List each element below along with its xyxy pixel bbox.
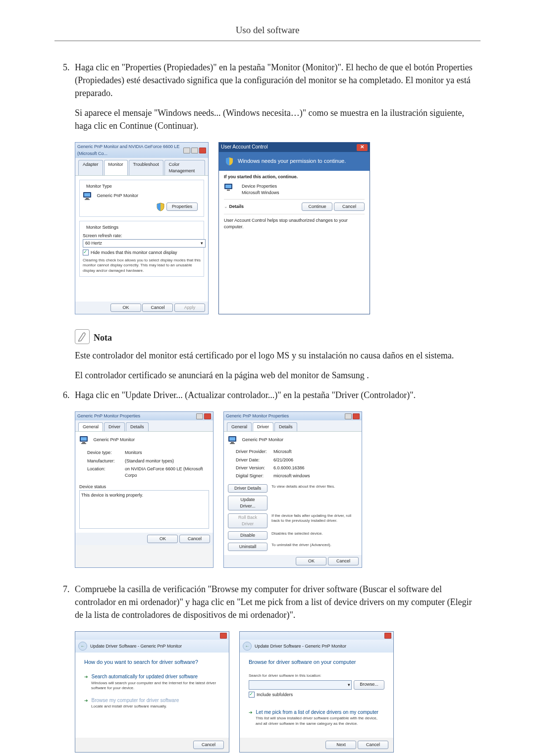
chevron-down-icon[interactable]: ⌄: [224, 204, 228, 209]
tab-details[interactable]: Details: [126, 422, 149, 431]
refresh-rate-label: Screen refresh rate:: [83, 233, 201, 239]
ok-button[interactable]: OK: [147, 535, 178, 543]
option-search-auto[interactable]: ➔ Search automatically for updated drive…: [84, 673, 220, 691]
option-browse[interactable]: ➔ Browse my computer for driver software…: [84, 697, 220, 709]
tab-details[interactable]: Details: [274, 422, 297, 431]
svg-rect-3: [85, 199, 90, 200]
device-status-label: Device status: [79, 484, 209, 490]
uac-details-toggle[interactable]: Details: [229, 204, 244, 209]
cancel-button[interactable]: Cancel: [334, 202, 365, 211]
svg-rect-12: [229, 437, 235, 441]
disable-button[interactable]: Disable: [228, 531, 268, 540]
tab-troubleshoot[interactable]: Troubleshoot: [129, 160, 163, 175]
back-icon[interactable]: ←: [78, 642, 87, 651]
close-icon[interactable]: [220, 633, 227, 639]
device-name: Generic PnP Monitor: [242, 438, 283, 443]
hide-modes-checkbox[interactable]: [83, 250, 89, 255]
shield-icon: [225, 157, 234, 166]
rollback-driver-button[interactable]: Roll Back Driver: [228, 513, 268, 528]
uac-device-name: Device Properties: [242, 183, 279, 190]
rollback-driver-desc: If the device fails after updating the d…: [271, 513, 358, 528]
tab-driver[interactable]: Driver: [104, 422, 125, 431]
device-name: Generic PnP Monitor: [94, 438, 135, 443]
field-device-type-value: Monitors: [125, 450, 209, 456]
include-subfolders-checkbox[interactable]: [249, 692, 255, 698]
step-7: Compruebe la casilla de verificación "Br…: [72, 583, 481, 753]
arrow-icon: ➔: [249, 710, 253, 715]
tab-adapter[interactable]: Adapter: [78, 160, 103, 175]
tab-monitor[interactable]: Monitor: [104, 160, 128, 175]
arrow-icon: ➔: [84, 674, 88, 679]
close-icon[interactable]: ✕: [357, 144, 368, 151]
close-icon[interactable]: [353, 413, 360, 419]
help-icon[interactable]: [345, 413, 352, 419]
properties-driver-dialog: Generic PnP Monitor Properties General D…: [223, 411, 362, 568]
uninstall-button[interactable]: Uninstall: [228, 543, 268, 551]
tab-general[interactable]: General: [227, 422, 252, 431]
monitor-icon: [228, 436, 238, 445]
maximize-icon[interactable]: [191, 148, 198, 153]
close-icon[interactable]: [204, 413, 211, 419]
tab-general[interactable]: General: [78, 422, 103, 431]
dialog-title: Generic PnP Monitor Properties: [77, 413, 140, 419]
field-driver-date-label: Driver Date:: [236, 457, 270, 463]
dialog-tabs: Adapter Monitor Troubleshoot Color Manag…: [75, 158, 208, 176]
include-subfolders-label: Include subfolders: [257, 692, 293, 698]
apply-button[interactable]: Apply: [174, 303, 205, 312]
arrow-icon: ➔: [84, 698, 88, 703]
svg-rect-14: [230, 443, 235, 444]
wizard-crumb: Update Driver Software - Generic PnP Mon…: [90, 643, 182, 650]
browse-button[interactable]: Browse...: [354, 680, 384, 690]
cancel-button[interactable]: Cancel: [328, 557, 359, 565]
option-desc: This list will show installed driver sof…: [256, 716, 384, 726]
driver-details-desc: To view details about the driver files.: [271, 484, 358, 493]
help-icon[interactable]: [196, 413, 203, 419]
svg-rect-10: [81, 443, 86, 444]
hide-modes-label: Hide modes that this monitor cannot disp…: [91, 250, 177, 256]
uninstall-desc: To uninstall the driver (Advanced).: [271, 543, 358, 551]
ok-button[interactable]: OK: [296, 557, 326, 565]
continue-button[interactable]: Continue: [302, 202, 332, 211]
next-button[interactable]: Next: [325, 741, 356, 749]
driver-details-button[interactable]: Driver Details: [228, 484, 268, 493]
figure-row-1: Generic PnP Monitor and NVIDIA GeForce 6…: [75, 142, 481, 314]
cancel-button[interactable]: Cancel: [179, 535, 210, 543]
option-title: Let me pick from a list of device driver…: [256, 709, 378, 715]
back-icon[interactable]: ←: [243, 642, 252, 651]
field-driver-version-value: 6.0.6000.16386: [273, 465, 358, 471]
path-input[interactable]: ▾: [249, 680, 352, 690]
monitor-icon: [79, 436, 89, 445]
tab-color-management[interactable]: Color Management: [164, 160, 205, 175]
cancel-button[interactable]: Cancel: [193, 741, 224, 749]
field-digital-signer-label: Digital Signer:: [236, 473, 270, 479]
monitor-type-label: Monitor Type: [85, 183, 113, 190]
option-desc: Locate and install driver software manua…: [91, 704, 220, 709]
ok-button[interactable]: OK: [110, 303, 141, 312]
uac-started-text: If you started this action, continue.: [224, 174, 365, 180]
close-icon[interactable]: [199, 148, 206, 153]
uac-dialog: User Account Control ✕ Windows needs you…: [218, 142, 370, 314]
tab-driver[interactable]: Driver: [253, 422, 273, 431]
step-6-text: Haga clic en "Update Driver... (Actualiz…: [75, 389, 481, 402]
update-driver-button[interactable]: Update Driver...: [228, 496, 268, 510]
update-driver-wizard-search: ← Update Driver Software - Generic PnP M…: [75, 631, 229, 753]
minimize-icon[interactable]: [183, 148, 190, 153]
properties-button[interactable]: Properties: [166, 202, 198, 211]
uac-title-text: User Account Control: [221, 144, 268, 151]
svg-rect-5: [225, 185, 231, 188]
step-7-text: Compruebe la casilla de verificación "Br…: [75, 583, 481, 621]
shield-icon: [156, 202, 165, 211]
monitor-icon: [83, 192, 93, 201]
chevron-down-icon: ▾: [201, 240, 203, 247]
option-pick-list[interactable]: ➔ Let me pick from a list of device driv…: [249, 709, 384, 726]
note-label: Nota: [94, 331, 112, 344]
refresh-rate-select[interactable]: 60 Hertz ▾: [83, 239, 206, 248]
update-driver-wizard-browse: ← Update Driver Software - Generic PnP M…: [239, 631, 394, 753]
cancel-button[interactable]: Cancel: [358, 741, 388, 749]
field-digital-signer-value: microsoft windows: [273, 473, 358, 479]
close-icon[interactable]: [384, 633, 391, 639]
cancel-button[interactable]: Cancel: [142, 303, 173, 312]
dialog-title: Generic PnP Monitor Properties: [226, 413, 289, 419]
device-icon: [224, 183, 234, 192]
svg-rect-9: [82, 442, 85, 443]
